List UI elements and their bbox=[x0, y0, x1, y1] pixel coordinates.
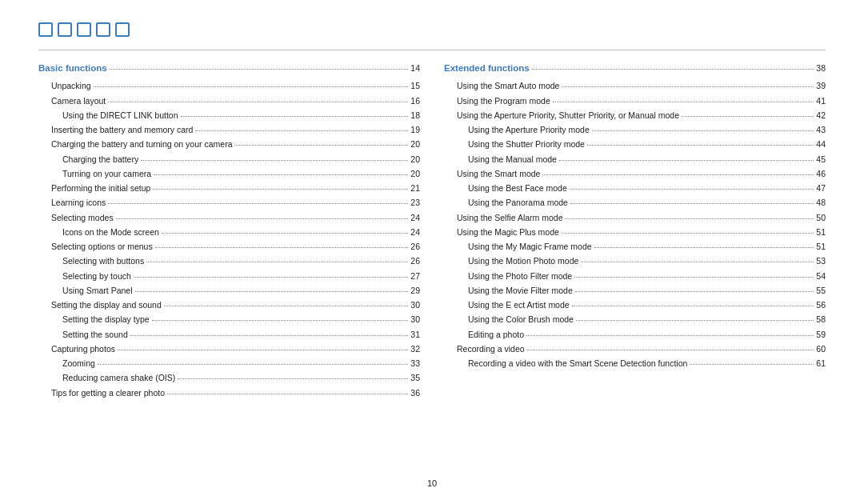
toc-entry: Using the Shutter Priority mode44 bbox=[444, 138, 826, 151]
toc-entry-label: Inserting the battery and memory card bbox=[51, 124, 193, 137]
toc-entry-label: Setting the sound bbox=[62, 329, 128, 342]
toc-entry: Using the Color Brush mode58 bbox=[444, 314, 826, 326]
header-icon-4 bbox=[96, 22, 110, 37]
toc-dots bbox=[98, 364, 408, 365]
toc-entry: Using the Program mode41 bbox=[444, 95, 826, 108]
toc-page-num: 20 bbox=[410, 154, 420, 166]
toc-entry: Using Smart Panel29 bbox=[38, 285, 420, 298]
toc-page-num: 30 bbox=[410, 299, 420, 312]
header bbox=[38, 22, 826, 37]
toc-entry: Using the Manual mode45 bbox=[444, 154, 826, 166]
toc-entry: Reducing camera shake (OIS)35 bbox=[38, 372, 420, 385]
toc-page-num: 44 bbox=[816, 138, 826, 151]
toc-page-num: 58 bbox=[816, 314, 826, 326]
toc-dots bbox=[116, 218, 409, 219]
toc-entry-label: Using the Aperture Priority, Shutter Pri… bbox=[457, 110, 679, 122]
right-column: Extended functions 38 Using the Smart Au… bbox=[444, 62, 826, 472]
toc-dots bbox=[587, 145, 814, 146]
toc-page-num: 29 bbox=[410, 285, 420, 298]
toc-page-num: 16 bbox=[410, 95, 420, 108]
toc-page-num: 42 bbox=[816, 110, 826, 122]
toc-dots bbox=[178, 378, 408, 379]
toc-dots bbox=[682, 116, 814, 117]
toc-entry-label: Using the Shutter Priority mode bbox=[468, 138, 585, 151]
toc-entry-label: Using the Selfie Alarm mode bbox=[457, 212, 562, 225]
toc-page-num: 50 bbox=[816, 212, 826, 225]
extended-functions-page: 38 bbox=[816, 62, 826, 75]
left-entries: Unpacking15Camera layout16Using the DIRE… bbox=[38, 80, 420, 399]
toc-entry-label: Using the Movie Filter mode bbox=[468, 285, 573, 298]
toc-entry-label: Selecting by touch bbox=[62, 270, 131, 283]
toc-dots bbox=[162, 233, 408, 234]
toc-entry: Using the Best Face mode47 bbox=[444, 182, 826, 195]
toc-page-num: 24 bbox=[410, 226, 420, 239]
toc-entry: Using the Smart mode46 bbox=[444, 168, 826, 181]
toc-entry: Icons on the Mode screen24 bbox=[38, 226, 420, 239]
toc-entry: Selecting by touch27 bbox=[38, 270, 420, 283]
toc-dots bbox=[553, 102, 814, 102]
toc-dots bbox=[570, 189, 814, 190]
left-column: Basic functions 14 Unpacking15Camera lay… bbox=[38, 62, 420, 472]
toc-entry: Using the Magic Plus mode51 bbox=[444, 226, 826, 239]
toc-page-num: 54 bbox=[816, 270, 826, 283]
toc-page-num: 51 bbox=[816, 241, 826, 254]
toc-page-num: 26 bbox=[410, 241, 420, 254]
header-divider bbox=[38, 50, 826, 50]
toc-entry-label: Setting the display type bbox=[62, 314, 150, 326]
toc-entry-label: Recording a video bbox=[457, 343, 525, 356]
toc-dots bbox=[570, 203, 814, 204]
toc-entry-label: Setting the display and sound bbox=[51, 299, 162, 312]
page: Basic functions 14 Unpacking15Camera lay… bbox=[0, 0, 864, 504]
toc-entry: Editing a photo59 bbox=[444, 329, 826, 342]
toc-entry: Recording a video with the Smart Scene D… bbox=[444, 358, 826, 370]
toc-page-num: 48 bbox=[816, 197, 826, 210]
toc-entry: Using the DIRECT LINK button18 bbox=[38, 110, 420, 122]
toc-entry-label: Icons on the Mode screen bbox=[62, 226, 159, 239]
toc-entry-label: Using the Motion Photo mode bbox=[468, 255, 578, 268]
toc-page-num: 59 bbox=[816, 329, 826, 342]
toc-dots bbox=[565, 218, 814, 219]
toc-entry: Selecting options or menus26 bbox=[38, 241, 420, 254]
toc-entry: Using the Panorama mode48 bbox=[444, 197, 826, 210]
toc-entry-label: Using the Best Face mode bbox=[468, 182, 567, 195]
toc-entry-label: Using the DIRECT LINK button bbox=[62, 110, 178, 122]
toc-entry: Using the Smart Auto mode39 bbox=[444, 80, 826, 93]
toc-entry-label: Using Smart Panel bbox=[62, 285, 133, 298]
toc-entry: Using the Selfie Alarm mode50 bbox=[444, 212, 826, 225]
basic-functions-page: 14 bbox=[410, 62, 420, 75]
toc-dots bbox=[155, 247, 409, 248]
toc-entry: Using the Motion Photo mode53 bbox=[444, 255, 826, 268]
toc-entry: Tips for getting a clearer photo36 bbox=[38, 387, 420, 400]
toc-page-num: 24 bbox=[410, 212, 420, 225]
toc-entry: Setting the sound31 bbox=[38, 329, 420, 342]
toc-entry: Using the My Magic Frame mode51 bbox=[444, 241, 826, 254]
toc-entry: Capturing photos32 bbox=[38, 343, 420, 356]
toc-dots bbox=[154, 174, 408, 175]
toc-page-num: 47 bbox=[816, 182, 826, 195]
toc-page-num: 46 bbox=[816, 168, 826, 181]
toc-entry-label: Reducing camera shake (OIS) bbox=[62, 372, 175, 385]
toc-dots bbox=[181, 116, 409, 117]
toc-entry-label: Selecting options or menus bbox=[51, 241, 153, 254]
basic-functions-title: Basic functions bbox=[38, 62, 107, 75]
extended-functions-dots bbox=[532, 69, 814, 70]
header-icons bbox=[38, 22, 130, 37]
toc-dots bbox=[164, 306, 409, 306]
toc-page-num: 21 bbox=[410, 182, 420, 195]
toc-page-num: 45 bbox=[816, 154, 826, 166]
toc-entry-label: Tips for getting a clearer photo bbox=[51, 387, 165, 400]
toc-content: Basic functions 14 Unpacking15Camera lay… bbox=[38, 62, 826, 472]
toc-page-num: 23 bbox=[410, 197, 420, 210]
toc-entry: Charging the battery20 bbox=[38, 154, 420, 166]
toc-entry-label: Capturing photos bbox=[51, 343, 115, 356]
page-number: 10 bbox=[427, 478, 437, 488]
header-icon-3 bbox=[77, 22, 91, 37]
toc-page-num: 32 bbox=[410, 343, 420, 356]
toc-dots bbox=[135, 291, 409, 292]
toc-entry: Setting the display type30 bbox=[38, 314, 420, 326]
footer: 10 bbox=[38, 478, 826, 488]
toc-page-num: 18 bbox=[410, 110, 420, 122]
toc-entry: Inserting the battery and memory card19 bbox=[38, 124, 420, 137]
toc-dots bbox=[572, 306, 814, 306]
toc-page-num: 56 bbox=[816, 299, 826, 312]
